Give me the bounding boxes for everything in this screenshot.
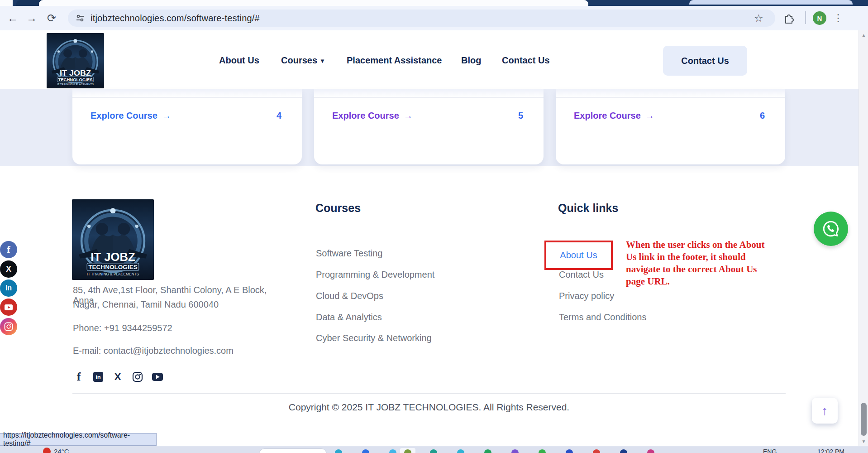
- footer-address-line2: Nagar, Chennai, Tamil Nadu 600040: [73, 299, 267, 310]
- floating-youtube-icon[interactable]: [0, 299, 17, 316]
- web-page: IT JOBZ TECHNOLOGIES IT TRAINING & PLACE…: [0, 30, 868, 446]
- footer-link-cyber-security[interactable]: Cyber Security & Networking: [316, 333, 432, 343]
- taskbar-app-icon[interactable]: [511, 449, 519, 453]
- footer-social-row: f in X: [73, 371, 163, 383]
- footer-link-terms-conditions[interactable]: Terms and Conditions: [559, 312, 646, 323]
- explore-course-link[interactable]: Explore Course→: [91, 111, 171, 121]
- card-number: 5: [518, 111, 523, 121]
- floating-instagram-icon[interactable]: [0, 318, 17, 335]
- taskbar-app-icon[interactable]: [566, 449, 573, 453]
- whatsapp-button[interactable]: [814, 212, 848, 246]
- card-top-gradient: [314, 89, 544, 97]
- taskbar-app-icon[interactable]: [457, 449, 464, 453]
- site-info-icon[interactable]: [75, 14, 85, 23]
- explore-course-link[interactable]: Explore Course→: [332, 111, 413, 121]
- taskbar-app-icon[interactable]: [539, 449, 546, 453]
- taskbar-app-icon[interactable]: [647, 449, 654, 453]
- floating-facebook-icon[interactable]: f: [0, 241, 17, 258]
- copyright-text: Copyright © 2025 IT JOBZ TECHNOLOGIES. A…: [72, 402, 786, 413]
- x-twitter-icon[interactable]: X: [112, 371, 123, 383]
- footer-link-about-us[interactable]: About Us: [560, 250, 597, 260]
- taskbar-app-icon[interactable]: [593, 449, 600, 453]
- taskbar: 24°C ENG 12:02 PM: [0, 446, 868, 453]
- forward-icon[interactable]: →: [24, 6, 40, 30]
- tab-strip: [0, 0, 868, 6]
- card-number: 4: [277, 111, 281, 121]
- course-card: Explore Course→ 4: [72, 89, 302, 164]
- footer-divider: [72, 393, 786, 394]
- taskbar-language[interactable]: ENG: [763, 448, 777, 453]
- url-text[interactable]: itjobztechnologies.com/software-testing/…: [91, 13, 260, 24]
- logo-text-2: TECHNOLOGIES: [88, 264, 138, 270]
- taskbar-app-icon[interactable]: [430, 449, 437, 453]
- weather-icon[interactable]: [43, 448, 51, 453]
- taskbar-app-icon[interactable]: [484, 449, 491, 453]
- footer-link-cloud-devops[interactable]: Cloud & DevOps: [316, 291, 383, 301]
- footer-logo: IT JOBZ TECHNOLOGIES IT TRAINING & PLACE…: [72, 199, 154, 280]
- taskbar-app-icon[interactable]: [389, 449, 396, 453]
- taskbar-app-icon[interactable]: [362, 449, 369, 453]
- card-divider: [556, 97, 785, 98]
- footer-link-data-analytics[interactable]: Data & Analytics: [316, 312, 382, 323]
- floating-x-icon[interactable]: X: [0, 260, 17, 278]
- card-divider: [314, 97, 544, 98]
- floating-linkedin-icon[interactable]: in: [0, 280, 17, 297]
- linkedin-icon[interactable]: in: [93, 372, 103, 382]
- footer-link-software-testing[interactable]: Software Testing: [316, 248, 383, 259]
- inactive-tab[interactable]: [689, 0, 853, 5]
- nav-contact-us[interactable]: Contact Us: [502, 55, 550, 66]
- tabstrip-corner: [0, 0, 13, 6]
- reload-icon[interactable]: ⟳: [43, 6, 60, 30]
- card-number: 6: [760, 111, 765, 121]
- arrow-right-icon: →: [645, 111, 654, 120]
- vertical-scrollbar[interactable]: ▲ ▼: [858, 30, 868, 446]
- chevron-down-icon[interactable]: ▼: [320, 58, 325, 64]
- scroll-to-top-button[interactable]: ↑: [812, 398, 838, 424]
- active-tab[interactable]: [39, 0, 588, 6]
- footer-phone[interactable]: Phone: +91 9344259572: [73, 323, 172, 333]
- taskbar-app-icon[interactable]: [620, 449, 627, 453]
- taskbar-search-box[interactable]: [259, 448, 327, 453]
- logo-text-2: TECHNOLOGIES: [58, 77, 92, 82]
- taskbar-temperature[interactable]: 24°C: [54, 448, 69, 453]
- arrow-right-icon: →: [404, 111, 413, 120]
- explore-course-link[interactable]: Explore Course→: [574, 111, 654, 121]
- logo-text-3: IT TRAINING & PLACEMENTS: [87, 272, 139, 276]
- footer-quicklinks-heading: Quick links: [558, 202, 618, 215]
- youtube-icon[interactable]: [152, 371, 163, 383]
- footer-link-programming-development[interactable]: Programming & Development: [316, 270, 434, 280]
- extensions-icon[interactable]: [783, 12, 795, 25]
- nav-about-us[interactable]: About Us: [219, 55, 259, 66]
- footer-courses-heading: Courses: [315, 202, 361, 215]
- annotation-text: When the user clicks on the About Us lin…: [626, 239, 802, 288]
- profile-avatar[interactable]: N: [813, 11, 826, 25]
- card-top-gradient: [72, 89, 302, 97]
- status-url-bubble: https://itjobztechnologies.com/software-…: [0, 433, 157, 446]
- browser-window: ← → ⟳ itjobztechnologies.com/software-te…: [0, 0, 868, 453]
- footer-link-privacy-policy[interactable]: Privacy policy: [559, 291, 614, 301]
- site-logo[interactable]: IT JOBZ TECHNOLOGIES IT TRAINING & PLACE…: [47, 33, 104, 88]
- card-divider: [72, 97, 302, 98]
- arrow-right-icon: →: [162, 111, 171, 120]
- nav-courses[interactable]: Courses: [281, 55, 317, 66]
- instagram-icon[interactable]: [132, 371, 143, 383]
- footer-link-contact-us[interactable]: Contact Us: [559, 270, 604, 280]
- logo-text-3: IT TRAINING & PLACEMENTS: [57, 83, 94, 86]
- taskbar-app-icon[interactable]: [335, 449, 342, 453]
- facebook-icon[interactable]: f: [73, 371, 84, 383]
- browser-menu-icon[interactable]: ⋮: [833, 6, 844, 30]
- annotation-highlight-box: About Us: [544, 241, 613, 270]
- scrollbar-up-icon[interactable]: ▲: [859, 30, 868, 39]
- scrollbar-thumb[interactable]: [861, 403, 867, 436]
- scrollbar-down-icon[interactable]: ▼: [859, 437, 868, 446]
- contact-us-button[interactable]: Contact Us: [663, 46, 747, 76]
- logo-text-1: IT JOBZ: [91, 251, 135, 264]
- nav-blog[interactable]: Blog: [461, 55, 481, 66]
- card-top-gradient: [556, 89, 785, 97]
- toolbar-separator: [805, 11, 806, 24]
- back-icon[interactable]: ←: [5, 6, 21, 30]
- taskbar-clock[interactable]: 12:02 PM: [817, 448, 844, 453]
- footer-email[interactable]: E-mail: contact@itjobztechnologies.com: [73, 346, 234, 356]
- bookmark-star-icon[interactable]: ☆: [754, 6, 763, 30]
- nav-placement-assistance[interactable]: Placement Assistance: [347, 55, 442, 66]
